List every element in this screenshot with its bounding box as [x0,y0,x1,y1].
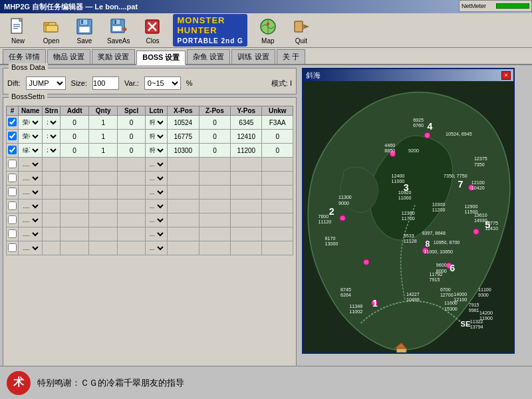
table-row[interactable] [7,186,19,200]
svg-point-26 [340,215,345,221]
svg-text:9300: 9300 [478,293,489,298]
save-button[interactable]: Save [69,14,100,47]
boss-name-cell[interactable]: ...... [19,227,43,241]
quit-button[interactable]: Quit [286,14,317,47]
svg-rect-21 [295,21,303,32]
svg-text:10300: 10300 [432,202,446,207]
saveas-label: SaveAs [107,37,130,45]
svg-rect-13 [113,19,120,25]
quit-icon [291,16,312,37]
col-unkw: Unkw [262,106,293,116]
map-button[interactable]: Map [253,14,283,47]
svg-text:13610: 13610 [474,213,487,218]
open-button[interactable]: Open [36,14,66,47]
svg-text:15300: 15300 [444,307,458,312]
svg-text:11322: 11322 [470,319,483,325]
save-icon [74,16,95,37]
map-title: 斜海 [306,70,321,80]
svg-text:6264: 6264 [340,293,351,298]
size-label: Size: [71,79,87,87]
svg-text:7: 7 [458,179,463,190]
tab-training[interactable]: 训练 设置 [231,49,275,64]
svg-text:12375: 12375 [474,156,487,162]
col-spcl: Spcl [118,106,146,116]
svg-text:11000: 11000 [392,179,405,184]
svg-text:10920: 10920 [398,190,412,196]
saveas-icon [108,16,129,37]
boss-name-cell[interactable]: ...... [19,186,43,200]
col-zpos: Z-Pos [199,106,230,116]
tab-bar: 任务 详情 物品 设置 奖励 设置 BOSS 设置 杂鱼 设置 训练 设置 关 … [0,48,532,65]
svg-text:6760: 6760 [413,123,424,128]
svg-text:1: 1 [372,298,378,309]
boss-name-cell[interactable]: ...... [19,172,43,186]
svg-text:8: 8 [425,239,430,249]
boss-data-row: Dift: JUMP LOW HIGH Size: Var.: 0~15 0~1… [7,76,292,90]
boss-name-cell[interactable]: ...... [19,241,43,255]
clos-label: Clos [146,37,159,45]
status-icon-text: 术 [13,376,24,390]
tab-boss[interactable]: BOSS 设置 [136,51,186,65]
new-icon [7,16,29,37]
svg-text:11792: 11792 [430,272,443,277]
map-close-button[interactable]: × [501,71,511,80]
svg-rect-10 [81,20,83,24]
svg-text:13794: 13794 [470,325,483,330]
new-button[interactable]: New [3,14,33,47]
svg-text:11000: 11000 [398,196,412,201]
col-hash: # [7,106,19,116]
tab-fish[interactable]: 杂鱼 设置 [187,49,230,64]
svg-text:14000: 14000 [454,292,467,297]
svg-text:11120: 11120 [318,219,331,225]
svg-text:11348: 11348 [349,304,362,309]
clos-button[interactable]: Clos [137,14,168,47]
table-row[interactable] [7,241,19,255]
svg-text:8850: 8850 [384,148,395,154]
svg-text:SE: SE [460,320,470,328]
boss-name-cell[interactable]: ...... [19,158,43,172]
svg-text:9200: 9200 [408,148,419,154]
diff-select[interactable]: JUMP LOW HIGH [26,76,66,90]
table-row[interactable] [7,130,19,144]
svg-text:9600: 9600 [436,263,447,268]
tab-about[interactable]: 关 于 [277,49,305,64]
boss-name-cell[interactable]: ...... [19,213,43,227]
svg-text:7600: 7600 [318,214,329,219]
table-row[interactable] [7,213,19,227]
table-row[interactable] [7,172,19,186]
svg-text:4: 4 [428,121,433,132]
svg-text:10950, 8700: 10950, 8700 [434,240,460,245]
svg-text:6925: 6925 [413,118,424,123]
saveas-button[interactable]: SaveAs [102,14,134,47]
map-title-bar: 斜海 × [303,69,513,81]
svg-text:9000: 9000 [338,201,349,206]
status-icon: 术 [7,371,31,395]
col-strn: Strn [43,106,61,116]
col-qnty: Qnty [89,106,118,116]
svg-text:11128: 11128 [404,239,417,244]
svg-text:8745: 8745 [340,287,351,293]
netmeter-label: NetMeter [462,3,486,9]
svg-text:10420: 10420 [471,186,485,191]
table-row[interactable] [7,158,19,172]
table-row[interactable] [7,116,19,130]
svg-point-30 [473,229,479,234]
boss-name-cell[interactable]: 荣春怪鸟 [19,130,43,144]
table-row[interactable] [7,227,19,241]
table-row[interactable] [7,144,19,158]
svg-text:14227: 14227 [406,292,420,297]
game-logo: MONSTERHUNTERPORTABLE 2nd G [173,14,247,47]
boss-name-cell[interactable]: 绿耳果鸟 [19,144,43,158]
size-input[interactable] [92,76,119,90]
boss-name-cell[interactable]: 荣春怪鸟 [19,116,43,130]
tab-items[interactable]: 物品 设置 [47,49,90,64]
boss-name-cell[interactable]: ...... [19,200,43,213]
svg-text:12410: 12410 [485,226,498,231]
var-select[interactable]: 0~15 0~10 0~20 [144,76,181,90]
tab-task[interactable]: 任务 详情 [3,49,46,64]
svg-text:10524, 6945: 10524, 6945 [446,132,472,137]
tab-rewards[interactable]: 奖励 设置 [92,49,135,64]
boss-table: # Name Strn Addt Qnty Spcl Lctn X-Pos Z-… [6,106,293,255]
svg-text:12100: 12100 [454,297,467,303]
table-row[interactable] [7,200,19,213]
